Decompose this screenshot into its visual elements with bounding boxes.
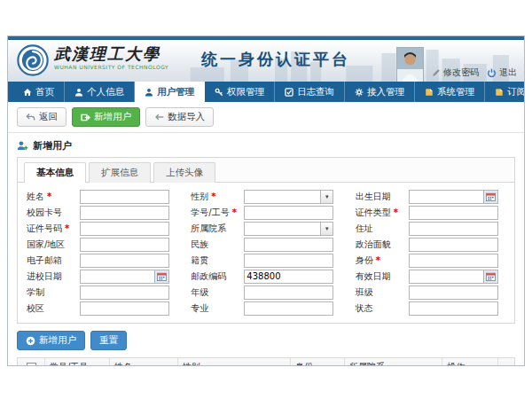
field-label: 班级 bbox=[356, 286, 409, 299]
department-select-value[interactable] bbox=[245, 223, 320, 235]
campus-input bbox=[80, 301, 169, 316]
scrollbar-spacer bbox=[498, 358, 514, 366]
form-actions: 新增用户 重置 bbox=[8, 324, 524, 356]
nav-item-access-management[interactable]: 接入管理 bbox=[345, 82, 415, 102]
column-identity: 身份 bbox=[291, 358, 345, 366]
change-password-label: 修改密码 bbox=[443, 66, 479, 79]
nav-item-user-management[interactable]: 用户管理 bbox=[135, 82, 205, 102]
form-tabs: 基本信息 扩展信息 上传头像 bbox=[18, 158, 514, 183]
postal-code-input bbox=[244, 270, 333, 284]
department-select: ▾ bbox=[244, 222, 333, 236]
native-place-field[interactable] bbox=[245, 254, 332, 267]
ethnicity-field[interactable] bbox=[245, 239, 332, 251]
enroll-date-field[interactable] bbox=[81, 270, 154, 283]
field-name: 姓名* bbox=[27, 190, 178, 203]
nav-label: 订阅管理 bbox=[507, 86, 525, 98]
field-status: 状态 bbox=[356, 301, 507, 315]
class-field[interactable] bbox=[410, 286, 497, 299]
identity-field[interactable] bbox=[410, 254, 497, 267]
ethnicity-input bbox=[244, 238, 333, 252]
tab-upload-avatar[interactable]: 上传头像 bbox=[153, 162, 215, 183]
arrow-back-icon bbox=[26, 113, 35, 121]
field-department: 所属院系 ▾ bbox=[191, 222, 342, 235]
status-input bbox=[409, 301, 498, 316]
campus-card-field[interactable] bbox=[81, 207, 168, 219]
field-label: 籍贯 bbox=[191, 254, 244, 267]
university-logo bbox=[17, 44, 49, 76]
platform-title: 统一身份认证平台 bbox=[201, 49, 350, 70]
valid-date-input bbox=[409, 270, 498, 284]
nav-item-subscription-management[interactable]: 订阅管理 bbox=[485, 82, 525, 102]
chevron-down-icon[interactable]: ▾ bbox=[320, 191, 332, 203]
column-name: 姓名 bbox=[110, 358, 178, 366]
data-import-button[interactable]: 数据导入 bbox=[145, 107, 214, 127]
field-birth-date: 出生日期 bbox=[356, 190, 507, 203]
nav-label: 接入管理 bbox=[367, 86, 404, 98]
chevron-down-icon[interactable]: ▾ bbox=[320, 223, 332, 235]
field-label: 政治面貌 bbox=[356, 239, 409, 251]
nav-item-log-query[interactable]: 日志查询 bbox=[275, 82, 345, 102]
back-button[interactable]: 返回 bbox=[17, 107, 66, 127]
gender-select: ▾ bbox=[244, 190, 333, 204]
email-field[interactable] bbox=[81, 254, 168, 267]
field-label: 邮政编码 bbox=[191, 270, 244, 283]
major-field[interactable] bbox=[245, 302, 332, 315]
logout-label: 退出 bbox=[499, 66, 517, 79]
calendar-icon[interactable] bbox=[154, 270, 168, 283]
nav-item-system-management[interactable]: 系统管理 bbox=[415, 82, 485, 102]
field-student-id: 学号/工号* bbox=[191, 206, 342, 219]
country-region-input bbox=[80, 238, 169, 252]
field-label: 年级 bbox=[191, 286, 244, 299]
nav-label: 用户管理 bbox=[157, 86, 194, 98]
person-icon bbox=[74, 88, 83, 97]
gender-select-value[interactable] bbox=[245, 191, 320, 203]
field-label: 状态 bbox=[356, 302, 409, 315]
campus-card-input bbox=[80, 206, 169, 220]
submit-add-user-button[interactable]: 新增用户 bbox=[17, 331, 85, 350]
reset-label: 重置 bbox=[99, 334, 118, 347]
nav-item-personal-info[interactable]: 个人信息 bbox=[65, 82, 135, 102]
status-field[interactable] bbox=[410, 302, 497, 315]
postal-code-field[interactable] bbox=[245, 270, 332, 283]
calendar-icon[interactable] bbox=[483, 270, 497, 283]
id-number-field[interactable] bbox=[81, 223, 168, 235]
add-user-icon bbox=[17, 140, 28, 152]
class-input bbox=[409, 286, 498, 300]
birth-date-field[interactable] bbox=[410, 191, 483, 203]
field-major: 专业 bbox=[191, 301, 342, 315]
valid-date-field[interactable] bbox=[410, 270, 483, 283]
major-input bbox=[244, 301, 333, 316]
name-input-field[interactable] bbox=[81, 191, 168, 203]
calendar-icon[interactable] bbox=[483, 191, 497, 203]
nav-item-home[interactable]: 首页 bbox=[13, 82, 65, 102]
country-region-field[interactable] bbox=[81, 239, 168, 251]
address-field[interactable] bbox=[410, 223, 497, 235]
tab-basic-info[interactable]: 基本信息 bbox=[24, 162, 86, 183]
reset-button[interactable]: 重置 bbox=[90, 331, 127, 350]
political-status-field[interactable] bbox=[410, 239, 497, 251]
campus-field[interactable] bbox=[81, 302, 168, 315]
field-label: 证件类型* bbox=[356, 207, 409, 219]
nav-item-permission-management[interactable]: 权限管理 bbox=[205, 82, 275, 102]
new-user-form-panel: 基本信息 扩展信息 上传头像 姓名* 性别* ▾ 出生日期 校园卡号 学号/ bbox=[17, 157, 515, 324]
nav-label: 日志查询 bbox=[297, 86, 334, 98]
identity-input bbox=[409, 254, 498, 268]
plus-circle-icon bbox=[26, 336, 35, 346]
add-user-toolbar-label: 新增用户 bbox=[94, 111, 131, 123]
add-user-toolbar-button[interactable]: 新增用户 bbox=[72, 107, 140, 127]
change-password-link[interactable]: 修改密码 bbox=[432, 66, 479, 82]
book-icon bbox=[495, 88, 504, 97]
back-label: 返回 bbox=[39, 111, 58, 123]
nav-label: 个人信息 bbox=[87, 86, 124, 98]
logout-link[interactable]: 退出 bbox=[487, 66, 517, 82]
tab-extended-info[interactable]: 扩展信息 bbox=[89, 162, 151, 183]
key-icon bbox=[215, 88, 223, 97]
id-type-field[interactable] bbox=[410, 207, 497, 219]
required-marker: * bbox=[394, 207, 398, 217]
student-id-field[interactable] bbox=[245, 207, 332, 219]
education-length-field[interactable] bbox=[81, 286, 168, 299]
grade-field[interactable] bbox=[245, 286, 332, 299]
export-user-icon bbox=[81, 113, 90, 122]
submit-add-user-label: 新增用户 bbox=[39, 334, 76, 347]
select-all-checkbox[interactable] bbox=[27, 363, 36, 367]
